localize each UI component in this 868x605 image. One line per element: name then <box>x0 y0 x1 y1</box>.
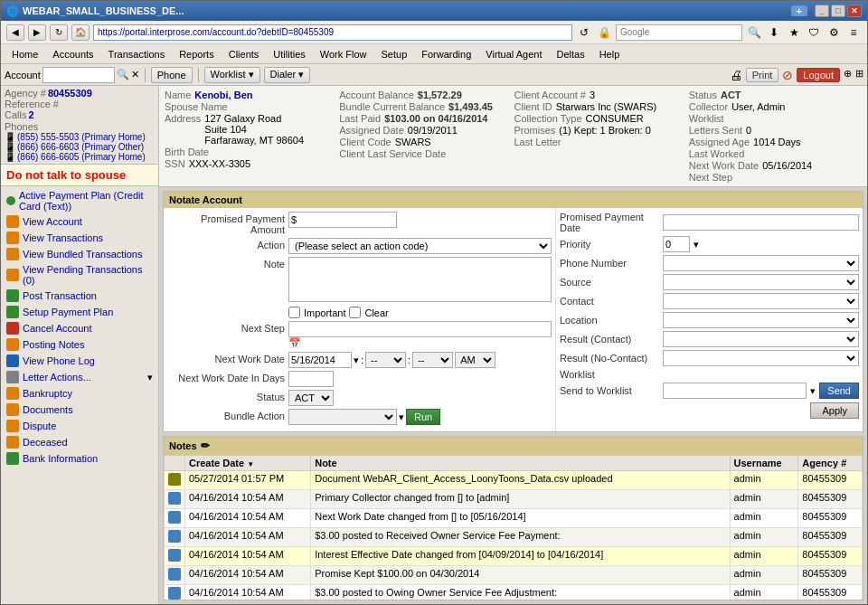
logout-button[interactable]: Logout <box>797 68 840 82</box>
run-button[interactable]: Run <box>406 409 440 425</box>
sidebar-item-view-bundled[interactable]: View Bundled Transactions <box>1 246 158 262</box>
row-date: 04/16/2014 10:54 AM <box>185 490 311 509</box>
location-select[interactable] <box>663 312 859 328</box>
menu-icon[interactable]: ≡ <box>845 24 862 41</box>
result-contact-label: Result (Contact) <box>560 334 659 345</box>
phone-button[interactable]: Phone <box>151 67 193 83</box>
time-separator2: : <box>408 354 410 365</box>
table-row: 05/27/2014 01:57 PMDocument WebAR_Client… <box>165 471 863 490</box>
menu-clients[interactable]: Clients <box>222 47 267 61</box>
bookmark-icon[interactable]: ★ <box>786 24 802 41</box>
bundle-action-select[interactable] <box>288 409 397 425</box>
sidebar-item-deceased[interactable]: Deceased <box>1 434 158 450</box>
contact-select[interactable] <box>663 293 859 309</box>
next-step-input[interactable] <box>288 321 552 337</box>
result-no-contact-select[interactable] <box>663 350 859 366</box>
col-note[interactable]: Note <box>311 456 730 471</box>
download-icon[interactable]: ⬇ <box>766 24 782 41</box>
menu-transactions[interactable]: Transactions <box>101 47 173 61</box>
worklist-button[interactable]: Worklist ▾ <box>204 67 260 83</box>
home-button[interactable]: 🏠 <box>71 24 90 41</box>
menu-home[interactable]: Home <box>5 47 45 61</box>
menu-help[interactable]: Help <box>592 47 627 61</box>
menu-workflow[interactable]: Work Flow <box>313 47 374 61</box>
client-code-value: SWARS <box>395 137 431 147</box>
settings2-icon[interactable]: ⊞ <box>855 68 863 82</box>
col-agency[interactable]: Agency # <box>798 456 863 471</box>
minute-select[interactable]: -- <box>412 352 453 368</box>
status-select[interactable]: ACT <box>288 390 334 406</box>
sidebar-item-post-transaction[interactable]: Post Transaction <box>1 288 158 304</box>
account-search-icon[interactable]: 🔍 <box>117 69 129 80</box>
sidebar-item-bank-info[interactable]: Bank Information <box>1 450 158 467</box>
sidebar-item-view-transactions[interactable]: View Transactions <box>1 230 158 246</box>
promised-date-input[interactable] <box>663 214 859 231</box>
client-acct-row: Client Account # 3 <box>514 90 687 100</box>
forward-button[interactable]: ▶ <box>28 24 46 41</box>
apply-row: Apply <box>560 402 859 419</box>
sidebar-item-posting-notes[interactable]: Posting Notes <box>1 336 158 353</box>
next-work-date-control: ▾ : -- : -- AM <box>288 352 495 368</box>
important-checkbox[interactable] <box>288 307 300 318</box>
priority-input[interactable] <box>663 236 690 252</box>
note-header: Note <box>315 458 336 468</box>
shield-icon[interactable]: 🛡 <box>806 24 822 41</box>
sidebar-item-dispute[interactable]: Dispute <box>1 418 158 434</box>
back-button[interactable]: ◀ <box>6 24 24 41</box>
phone-number-select[interactable] <box>663 255 859 271</box>
search-go-icon[interactable]: 🔍 <box>746 24 762 41</box>
sidebar-item-cancel-account[interactable]: Cancel Account <box>1 320 158 336</box>
action-select[interactable]: (Please select an action code) <box>288 238 552 254</box>
next-work-days-input[interactable] <box>288 371 334 387</box>
refresh-button[interactable]: ↻ <box>50 24 68 41</box>
hour-select[interactable]: -- <box>365 352 406 368</box>
menu-setup[interactable]: Setup <box>374 47 415 61</box>
menu-reports[interactable]: Reports <box>172 47 222 61</box>
refresh-icon[interactable]: ↺ <box>576 24 592 41</box>
menu-accounts[interactable]: Accounts <box>45 47 100 61</box>
next-work-date-input[interactable] <box>288 352 352 368</box>
print-button[interactable]: Print <box>746 68 779 82</box>
col-username[interactable]: Username <box>730 456 798 471</box>
notes-scroll-area[interactable]: Create Date ▼ Note Username <box>164 455 863 600</box>
dialer-button[interactable]: Dialer ▾ <box>264 67 311 83</box>
result-contact-select[interactable] <box>663 331 859 347</box>
account-clear-icon[interactable]: ✕ <box>131 69 139 80</box>
maximize-button[interactable]: □ <box>831 5 845 17</box>
assigned-age-label: Assigned Age <box>689 137 750 147</box>
sidebar-item-view-account[interactable]: View Account <box>1 213 158 230</box>
menu-deltas[interactable]: Deltas <box>549 47 591 61</box>
menu-forwarding[interactable]: Forwarding <box>414 47 478 61</box>
notes-edit-icon[interactable]: ✏ <box>201 440 210 452</box>
next-step-calendar-icon[interactable]: 📅 <box>288 337 301 348</box>
col-create-date[interactable]: Create Date ▼ <box>185 456 311 471</box>
row-date: 04/16/2014 10:54 AM <box>185 566 311 585</box>
minimize-button[interactable]: _ <box>815 5 829 17</box>
worklist-input[interactable] <box>663 383 807 399</box>
close-button[interactable]: ✕ <box>847 5 862 17</box>
menu-utilities[interactable]: Utilities <box>266 47 312 61</box>
send-button[interactable]: Send <box>819 383 859 399</box>
sidebar-item-bankruptcy[interactable]: Bankruptcy <box>1 385 158 402</box>
bookmark-add-icon[interactable]: ⊕ <box>844 68 852 82</box>
bundle-dropdown-icon: ▾ <box>399 411 404 423</box>
new-tab[interactable]: + <box>791 5 807 16</box>
source-select[interactable] <box>663 274 859 290</box>
ampm-select[interactable]: AM PM <box>455 352 495 368</box>
sidebar-item-active-payment[interactable]: Active Payment Plan (Credit Card (Text)) <box>1 188 158 213</box>
promised-amount-input[interactable] <box>288 212 397 228</box>
settings-icon[interactable]: ⚙ <box>826 24 842 41</box>
url-bar[interactable] <box>93 24 572 41</box>
sidebar-item-documents[interactable]: Documents <box>1 402 158 418</box>
sidebar-item-setup-payment[interactable]: Setup Payment Plan <box>1 304 158 320</box>
menu-virtual-agent[interactable]: Virtual Agent <box>478 47 549 61</box>
sidebar-item-view-phone[interactable]: View Phone Log <box>1 353 158 369</box>
account-input[interactable] <box>42 67 115 83</box>
note-input[interactable] <box>288 257 552 302</box>
sidebar-item-letter-actions[interactable]: Letter Actions... ▾ <box>1 369 158 385</box>
bankruptcy-icon <box>6 387 19 400</box>
search-input[interactable] <box>616 24 742 41</box>
sidebar-item-view-pending[interactable]: View Pending Transactions (0) <box>1 262 158 288</box>
clear-checkbox[interactable] <box>349 307 361 318</box>
apply-button[interactable]: Apply <box>810 402 859 419</box>
